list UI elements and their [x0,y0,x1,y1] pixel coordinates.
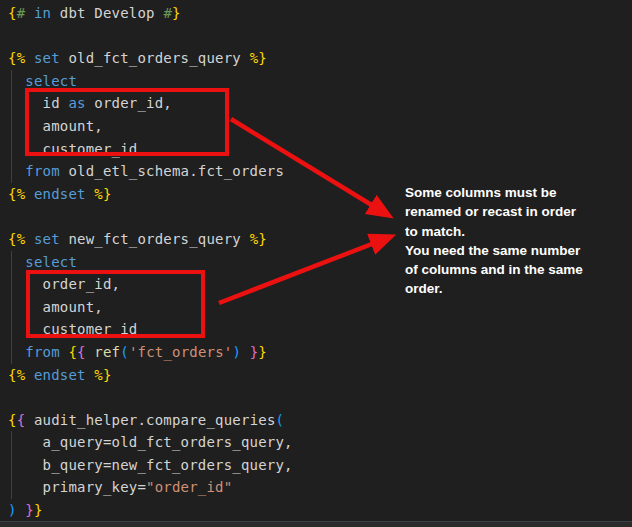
code-line[interactable]: {# in dbt Develop #} [8,2,632,25]
note-line: renamed or recast in order [405,202,631,221]
code-line[interactable]: from {{ ref('fct_orders') }} [8,341,632,364]
code-line[interactable]: ) }} [8,499,632,522]
note-line: You need the same number [405,241,631,260]
code-line[interactable] [8,25,632,48]
code-line[interactable]: from old_etl_schema.fct_orders [8,160,632,183]
indent-guide [11,431,12,499]
note-line: of columns and in the same [405,260,631,279]
code-line[interactable]: {{ audit_helper.compare_queries( [8,409,632,432]
code-line[interactable]: primary_key="order_id" [8,476,632,499]
code-line[interactable]: b_query=new_fct_orders_query, [8,454,632,477]
note-line: Some columns must be [405,183,631,202]
code-line[interactable]: {% endset %} [8,364,632,387]
annotation-note: Some columns must be renamed or recast i… [405,183,631,299]
note-line: order. [405,279,631,298]
indent-guide [11,251,12,364]
highlight-box-new-columns [26,270,205,338]
note-line: to match. [405,222,631,241]
code-line[interactable]: {% set old_fct_orders_query %} [8,47,632,70]
bottom-divider [0,521,632,527]
indent-guide [11,70,12,183]
code-line[interactable]: a_query=old_fct_orders_query, [8,431,632,454]
code-line[interactable] [8,386,632,409]
highlight-box-old-columns [25,88,229,156]
